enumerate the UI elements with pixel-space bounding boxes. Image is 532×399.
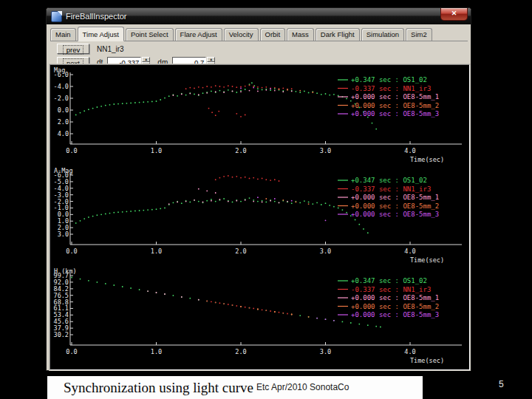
legend-entry-label: +0.000 sec : OE8-5mm_2 — [351, 202, 439, 210]
x-axis-label: Time(sec) — [410, 357, 444, 364]
y-tick-label: 2.0 — [58, 118, 69, 126]
legend-entry-label: +0.000 sec : OE8-5mm_3 — [351, 110, 439, 117]
tab-time-adjust[interactable]: Time Adjust — [78, 27, 124, 41]
legend-entry-label: +0.000 sec : OE8-5mm_2 — [351, 102, 439, 109]
x-tick-label: 3.0 — [320, 147, 331, 154]
series-OS1_02 — [71, 277, 381, 328]
x-tick-label: 3.0 — [320, 348, 331, 355]
station-label: NN1_ir3 — [97, 45, 124, 53]
legend-entry-label: -0.337 sec : NN1_ir3 — [351, 185, 431, 193]
x-axis-label: Time(sec) — [410, 156, 444, 163]
y-tick-label: -6.0 — [54, 71, 69, 78]
series-NN1_ir3 — [206, 301, 292, 316]
y-tick-label: -4.0 — [54, 83, 69, 90]
slide: FireBallInspector ✕ MainTime AdjustPoint… — [0, 0, 532, 399]
tab-simulation[interactable]: Simulation — [361, 28, 404, 41]
x-tick-label: 1.0 — [151, 348, 162, 355]
x-tick-label: 2.0 — [235, 348, 246, 355]
legend-entry-label: -0.337 sec : NN1_ir3 — [351, 85, 431, 92]
tab-mass[interactable]: Mass — [287, 28, 314, 41]
x-tick-label: 1.0 — [151, 147, 162, 154]
legend-entry-label: +0.000 sec : OE8-5mm_2 — [351, 303, 439, 310]
chart-height: H (km)99.792.084.276.568.861.153.445.637… — [51, 267, 466, 367]
x-tick-label: 3.0 — [320, 248, 331, 255]
x-tick-label: 4.0 — [404, 348, 415, 355]
legend-entry-label: +0.347 sec : OS1_02 — [351, 177, 427, 184]
app-icon — [51, 11, 62, 22]
close-button[interactable]: ✕ — [440, 8, 468, 21]
chart-mag: Mag-6.0-4.0-2.00.02.04.00.01.02.03.04.0T… — [51, 66, 466, 166]
tab-main[interactable]: Main — [50, 28, 76, 41]
series-OE8-5mm_3 — [257, 197, 326, 221]
y-tick-label: -2.0 — [54, 95, 69, 102]
series-OE8-5mm_3 — [316, 318, 335, 321]
tab-dark-flight[interactable]: Dark Flight — [316, 28, 360, 41]
tab-velocity[interactable]: Velocity — [224, 28, 259, 41]
tab-sim2[interactable]: Sim2 — [406, 28, 432, 41]
tab-bar: MainTime AdjustPoint SelectFlare AdjustV… — [50, 27, 468, 41]
y-tick-label: 3.0 — [58, 231, 69, 238]
x-tick-label: 4.0 — [404, 147, 415, 154]
series-OS1_02 — [75, 197, 369, 233]
app-window: FireBallInspector ✕ MainTime AdjustPoint… — [46, 7, 471, 371]
dm-spin-up-icon[interactable]: ▲ — [207, 57, 215, 62]
y-tick-label: 0.0 — [58, 106, 69, 114]
series-OS1_02 — [75, 82, 377, 129]
footer-strip: Synchronization using light curve Etc Ap… — [47, 376, 423, 399]
legend-entry-label: +0.347 sec : OS1_02 — [351, 277, 427, 284]
legend-entry-label: +0.000 sec : OE8-5mm_1 — [351, 194, 439, 201]
tab-point-select[interactable]: Point Select — [126, 28, 174, 41]
x-tick-label: 0.0 — [66, 248, 77, 255]
x-tick-label: 2.0 — [235, 147, 246, 154]
toolbar-row-1: prev NN1_ir3 — [57, 43, 471, 55]
x-tick-label: 1.0 — [151, 248, 162, 255]
series-OE8-5mm_1 — [168, 188, 288, 205]
legend-entry-label: +0.000 sec : OE8-5mm_1 — [351, 93, 439, 100]
tab-flare-adjust[interactable]: Flare Adjust — [175, 28, 222, 41]
close-icon: ✕ — [451, 10, 457, 17]
x-tick-label: 0.0 — [66, 348, 77, 355]
legend-entry-label: +0.347 sec : OS1_02 — [351, 76, 427, 83]
slide-credit: Etc Apr/2010 SonotaCo — [256, 376, 349, 399]
dt-spin-up-icon[interactable]: ▲ — [142, 57, 150, 62]
plot-panel: Mag-6.0-4.0-2.00.02.04.00.01.02.03.04.0T… — [50, 64, 470, 370]
legend-entry-label: +0.000 sec : OE8-5mm_3 — [351, 311, 439, 318]
series-NN1_ir3 — [215, 175, 280, 182]
chart-amag: A-Mag-6.0-5.0-4.0-3.0-2.0-1.00.01.02.03.… — [51, 166, 466, 267]
x-tick-label: 4.0 — [404, 248, 415, 255]
x-tick-label: 0.0 — [66, 147, 77, 154]
y-tick-label: 30.2 — [54, 331, 69, 338]
tab-orbit[interactable]: Orbit — [260, 28, 286, 41]
page-number: 5 — [499, 379, 504, 389]
series-OE8-5mm_2 — [240, 306, 309, 318]
window-title: FireBallInspector — [66, 12, 127, 21]
legend-entry-label: +0.000 sec : OE8-5mm_3 — [351, 211, 439, 218]
legend-entry-label: +0.000 sec : OE8-5mm_1 — [351, 294, 439, 301]
x-tick-label: 2.0 — [235, 248, 246, 255]
prev-button[interactable]: prev — [57, 44, 89, 54]
title-bar[interactable]: FireBallInspector ✕ — [47, 8, 471, 24]
x-axis-label: Time(sec) — [410, 256, 444, 264]
y-tick-label: 4.0 — [58, 130, 69, 137]
series-NN1_ir3 — [185, 85, 293, 117]
legend-entry-label: -0.337 sec : NN1_ir3 — [351, 286, 431, 293]
slide-caption: Synchronization using light curve — [64, 376, 253, 399]
